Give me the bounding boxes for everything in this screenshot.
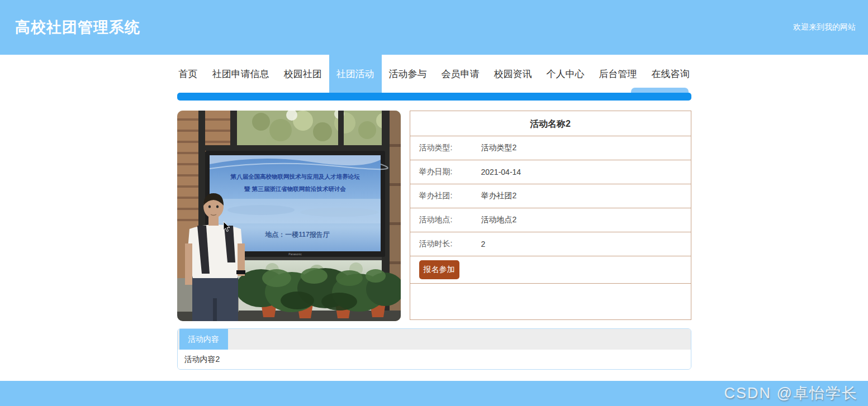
nav-item-activity-participation[interactable]: 活动参与 bbox=[382, 55, 434, 93]
field-value: 活动地点2 bbox=[481, 215, 517, 225]
activity-content-box: 活动内容 活动内容2 bbox=[177, 328, 691, 370]
nav-item-member-application[interactable]: 会员申请 bbox=[434, 55, 487, 93]
field-label: 举办日期: bbox=[410, 167, 481, 177]
site-title: 高校社团管理系统 bbox=[15, 17, 140, 37]
activity-title: 活动名称2 bbox=[410, 111, 691, 136]
activity-photo: 第八届全国高校物联网技术与应用及人才培养论坛 暨 第三届浙江省物联网前沿技术研讨… bbox=[177, 111, 401, 321]
nav-item-club-activities[interactable]: 社团活动 bbox=[329, 55, 382, 93]
divider-bar-wrap bbox=[177, 93, 691, 101]
nav-item-campus-clubs[interactable]: 校园社团 bbox=[277, 55, 329, 93]
signup-row: 报名参加 bbox=[410, 256, 691, 284]
nav-item-online-consult[interactable]: 在线咨询 bbox=[644, 55, 697, 93]
field-value: 2 bbox=[481, 240, 486, 249]
tab-strip: 活动内容 bbox=[178, 329, 691, 350]
field-label: 活动地点: bbox=[410, 215, 481, 225]
activity-content-text: 活动内容2 bbox=[178, 350, 691, 370]
screen-text-line3: 地点：一楼117报告厅 bbox=[264, 231, 329, 238]
activity-detail-panel: 活动名称2 活动类型: 活动类型2 举办日期: 2021-04-14 举办社团:… bbox=[410, 111, 691, 320]
plants bbox=[235, 268, 401, 312]
field-value: 举办社团2 bbox=[481, 191, 517, 201]
tv-brand-label: Panasonic bbox=[288, 252, 302, 256]
nav-item-home[interactable]: 首页 bbox=[172, 55, 205, 93]
welcome-text: 欢迎来到我的网站 bbox=[793, 22, 856, 32]
field-label: 活动时长: bbox=[410, 239, 481, 249]
nav-list: 首页 社团申请信息 校园社团 社团活动 活动参与 会员申请 校园资讯 个人中心 … bbox=[172, 55, 697, 93]
page-footer: CSDN @卓怡学长 bbox=[0, 381, 868, 406]
field-value: 2021-04-14 bbox=[481, 168, 521, 176]
nav-item-club-application[interactable]: 社团申请信息 bbox=[205, 55, 277, 93]
field-row-duration: 活动时长: 2 bbox=[410, 232, 691, 256]
blue-divider-bar bbox=[177, 93, 691, 101]
signup-button[interactable]: 报名参加 bbox=[419, 260, 459, 279]
field-label: 举办社团: bbox=[410, 191, 481, 201]
nav-item-admin[interactable]: 后台管理 bbox=[592, 55, 644, 93]
field-row-type: 活动类型: 活动类型2 bbox=[410, 136, 691, 160]
field-row-club: 举办社团: 举办社团2 bbox=[410, 184, 691, 208]
screen-text-line1: 第八届全国高校物联网技术与应用及人才培养论坛 bbox=[230, 173, 360, 180]
tab-activity-content[interactable]: 活动内容 bbox=[179, 329, 228, 350]
field-label: 活动类型: bbox=[410, 143, 481, 153]
screen-text-line2: 暨 第三届浙江省物联网前沿技术研讨会 bbox=[244, 185, 346, 192]
csdn-watermark: CSDN @卓怡学长 bbox=[724, 383, 858, 403]
field-row-location: 活动地点: 活动地点2 bbox=[410, 208, 691, 232]
field-value: 活动类型2 bbox=[481, 143, 517, 153]
panel-empty-row bbox=[410, 284, 691, 319]
nav-item-personal-center[interactable]: 个人中心 bbox=[539, 55, 592, 93]
page-header: 高校社团管理系统 欢迎来到我的网站 bbox=[0, 0, 868, 55]
main-navbar: 首页 社团申请信息 校园社团 社团活动 活动参与 会员申请 校园资讯 个人中心 … bbox=[0, 55, 868, 93]
nav-item-campus-news[interactable]: 校园资讯 bbox=[487, 55, 539, 93]
field-row-date: 举办日期: 2021-04-14 bbox=[410, 160, 691, 184]
